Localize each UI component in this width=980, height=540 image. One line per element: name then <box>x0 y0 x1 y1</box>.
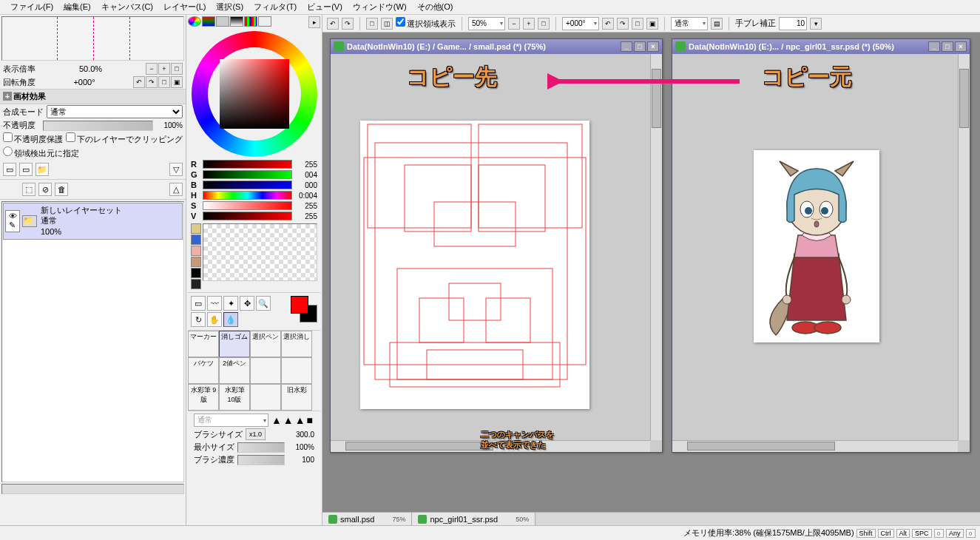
brush-empty3[interactable] <box>250 384 281 411</box>
maximize-button[interactable]: □ <box>942 41 953 52</box>
brush-mode-select[interactable]: 通常 <box>194 414 268 427</box>
color-wheel-tab[interactable] <box>188 16 201 27</box>
brush-empty1[interactable] <box>250 357 281 384</box>
zoom-dec-button[interactable]: − <box>508 18 520 30</box>
rot-inc-button[interactable]: ↷ <box>617 18 629 30</box>
new-folder-button[interactable]: 📁 <box>36 163 49 176</box>
doc1-titlebar[interactable]: Data(NotInWin10) (E:) / Game... / small.… <box>331 39 662 54</box>
menu-canvas[interactable]: キャンバス(C) <box>97 0 158 14</box>
eyedropper-tool[interactable]: 💧 <box>223 312 238 327</box>
r-slider[interactable] <box>203 160 292 169</box>
layer-list[interactable]: 👁✎ 📁 新しいレイヤーセット 通常100% <box>1 201 184 482</box>
close-button[interactable]: × <box>647 41 659 52</box>
fg-bg-color[interactable] <box>291 296 317 323</box>
menu-window[interactable]: ウィンドウ(W) <box>348 0 411 14</box>
redo-button[interactable]: ↷ <box>342 18 354 30</box>
blend-mode-select[interactable]: 通常 <box>47 105 183 118</box>
g-slider[interactable] <box>203 170 292 179</box>
layer-item[interactable]: 👁✎ 📁 新しいレイヤーセット 通常100% <box>3 203 183 240</box>
brush-binary[interactable]: 2値ペン <box>219 357 250 384</box>
zoom-inc-button[interactable]: + <box>523 18 535 30</box>
minimize-button[interactable]: _ <box>928 41 940 52</box>
clip-below-checkbox[interactable]: 下のレイヤーでクリッピング <box>66 132 183 145</box>
doc2-titlebar[interactable]: Data(NotInWin10) (E:)... / npc_girl01_ss… <box>672 39 970 54</box>
close-button[interactable]: × <box>955 41 967 52</box>
zoom-in-button[interactable]: + <box>158 63 170 75</box>
brush-water10[interactable]: 水彩筆 10版 <box>219 384 250 411</box>
v-slider[interactable] <box>203 212 292 220</box>
rotation-combo[interactable]: +000° <box>562 17 599 30</box>
stabilize-input[interactable] <box>779 17 807 30</box>
color-expand-button[interactable]: ▸ <box>308 16 320 28</box>
color-swatch-tab[interactable] <box>258 16 271 27</box>
deselect-button[interactable]: □ <box>366 18 378 30</box>
brush-oldwater[interactable]: 旧水彩 <box>281 384 312 411</box>
rotate-tool[interactable]: ↻ <box>191 312 206 327</box>
rotate-reset-button[interactable]: □ <box>158 76 170 88</box>
swatch[interactable] <box>191 246 201 256</box>
blend-combo[interactable]: 通常 <box>671 17 708 30</box>
zoom-reset-button[interactable]: □ <box>171 63 183 75</box>
color-palette-tab[interactable] <box>244 16 257 27</box>
swatch[interactable] <box>191 257 201 267</box>
document-window-1[interactable]: Data(NotInWin10) (E:) / Game... / small.… <box>330 38 663 453</box>
new-layer-button[interactable]: ▭ <box>3 163 16 176</box>
b-slider[interactable] <box>203 180 292 189</box>
rotate-right-button[interactable]: ↷ <box>146 76 158 88</box>
wand-tool[interactable]: ✦ <box>223 296 238 311</box>
brush-tip-icons[interactable]: ▲▲▲■ <box>271 414 314 426</box>
move-layer-up-button[interactable]: △ <box>169 183 183 196</box>
swatch[interactable] <box>191 234 201 245</box>
rot-dec-button[interactable]: ↶ <box>602 18 614 30</box>
brush-selpen[interactable]: 選択ペン <box>250 331 281 357</box>
swatch[interactable] <box>191 223 201 234</box>
foreground-color[interactable] <box>291 296 308 314</box>
undo-button[interactable]: ↶ <box>327 18 339 30</box>
rotate-left-button[interactable]: ↶ <box>133 76 145 88</box>
layer-hscroll[interactable] <box>1 484 184 494</box>
zoom-tool[interactable]: 🔍 <box>256 296 271 311</box>
move-tool[interactable]: ✥ <box>240 296 254 311</box>
doc1-vscroll[interactable] <box>650 54 662 440</box>
delete-layer-button[interactable]: 🗑 <box>55 183 68 196</box>
color-hsv-tab[interactable] <box>216 16 229 27</box>
document-window-2[interactable]: Data(NotInWin10) (E:)... / npc_girl01_ss… <box>672 38 970 453</box>
clear-button[interactable]: ⊘ <box>38 183 52 196</box>
brush-empty2[interactable] <box>281 357 312 384</box>
swatch-grid[interactable] <box>203 223 317 281</box>
doc-tab-1[interactable]: small.psd 75% <box>322 513 412 526</box>
color-wheel[interactable] <box>192 31 317 157</box>
menu-file[interactable]: ファイル(F) <box>6 0 58 14</box>
zoom-fit-button[interactable]: □ <box>538 18 550 30</box>
stabilize-opts-button[interactable]: ▾ <box>810 18 822 30</box>
s-slider[interactable] <box>203 201 292 210</box>
show-selection-checkbox[interactable]: 選択領域表示 <box>396 17 456 30</box>
menu-view[interactable]: ビュー(V) <box>303 0 347 14</box>
h-slider[interactable] <box>203 191 292 200</box>
swatch[interactable] <box>191 279 201 289</box>
doc2-canvas[interactable] <box>754 150 879 342</box>
zoom-out-button[interactable]: − <box>146 63 158 75</box>
merge-button[interactable]: ⬚ <box>22 183 36 196</box>
doc2-hscroll[interactable] <box>672 440 958 452</box>
brush-marker[interactable]: マーカー <box>188 331 219 357</box>
swatch[interactable] <box>191 268 201 278</box>
menu-edit[interactable]: 編集(E) <box>59 0 95 14</box>
rect-select-tool[interactable]: ▭ <box>191 296 206 311</box>
minimize-button[interactable]: _ <box>621 41 632 52</box>
maximize-button[interactable]: □ <box>634 41 646 52</box>
new-layer2-button[interactable]: ▭ <box>19 163 33 176</box>
menu-layer[interactable]: レイヤー(L) <box>159 0 210 14</box>
flip-button[interactable]: ▣ <box>171 76 183 88</box>
layer-visibility-toggle[interactable]: 👁✎ <box>5 210 20 232</box>
color-gray-tab[interactable] <box>230 16 243 27</box>
doc1-canvas[interactable] <box>360 121 589 409</box>
lasso-tool[interactable]: 〰 <box>207 296 222 311</box>
navigator[interactable] <box>1 16 184 61</box>
doc2-vscroll[interactable] <box>958 54 970 440</box>
hand-tool[interactable]: ✋ <box>207 312 222 327</box>
move-layer-down-button[interactable]: ▽ <box>169 163 183 176</box>
opacity-slider[interactable] <box>43 121 153 131</box>
doc-tab-2[interactable]: npc_girl01_ssr.psd 50% <box>412 513 535 526</box>
flip-h-button[interactable]: ▣ <box>646 18 658 30</box>
